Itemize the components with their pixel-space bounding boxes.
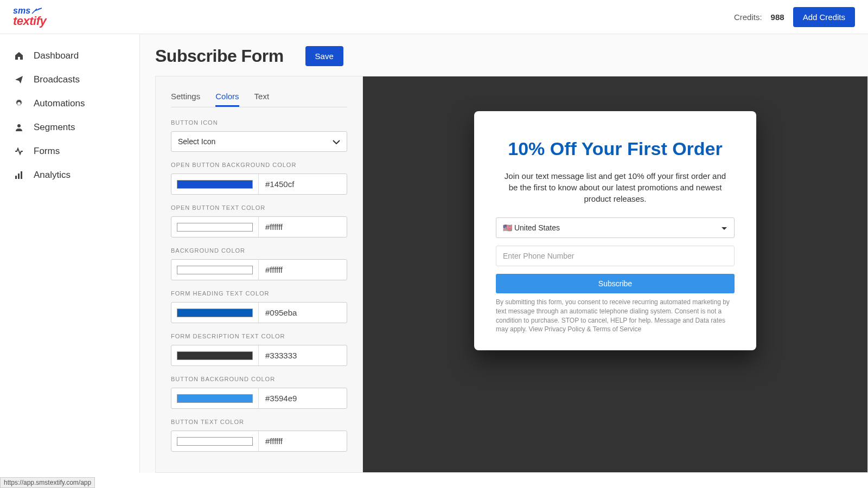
color-swatch <box>177 394 253 403</box>
color-value: #095eba <box>258 303 347 323</box>
field-label: BUTTON TEXT COLOR <box>171 419 347 425</box>
editor: Settings Colors Text BUTTON ICON Select … <box>155 76 868 473</box>
field-open-btn-bg: OPEN BUTTON BACKGROUND COLOR #1450cf <box>171 162 347 195</box>
sidebar-item-label: Forms <box>34 146 60 157</box>
app-header: sms textify Credits: 988 Add Credits <box>0 0 868 34</box>
logo-textify: textify <box>13 15 46 27</box>
color-value: #1450cf <box>258 174 347 194</box>
sidebar-item-label: Broadcasts <box>34 74 80 85</box>
tabs: Settings Colors Text <box>171 87 347 107</box>
svg-rect-3 <box>21 171 22 179</box>
tab-text[interactable]: Text <box>254 87 270 107</box>
field-label: BACKGROUND COLOR <box>171 247 347 254</box>
color-swatch <box>177 437 253 446</box>
sidebar-item-forms[interactable]: Forms <box>0 139 139 163</box>
color-input[interactable]: #1450cf <box>171 174 347 195</box>
credits-label: Credits: <box>734 12 762 22</box>
color-swatch <box>177 180 253 189</box>
preview-country-select[interactable]: 🇺🇸 United States <box>496 217 735 238</box>
color-input[interactable]: #ffffff <box>171 216 347 237</box>
field-btn-bg: BUTTON BACKGROUND COLOR #3594e9 <box>171 376 347 409</box>
field-bg-color: BACKGROUND COLOR #ffffff <box>171 247 347 280</box>
sidebar-item-label: Analytics <box>34 170 71 181</box>
color-input[interactable]: #3594e9 <box>171 388 347 409</box>
main-content: Subscribe Form Save Settings Colors Text… <box>140 34 868 473</box>
color-swatch <box>177 223 253 232</box>
save-button[interactable]: Save <box>305 46 343 66</box>
preview-heading: 10% Off Your First Order <box>496 138 735 159</box>
activity-icon <box>14 146 24 156</box>
color-value: #333333 <box>258 345 347 365</box>
color-value: #3594e9 <box>258 388 347 408</box>
button-icon-select[interactable]: Select Icon <box>171 131 347 152</box>
tab-colors[interactable]: Colors <box>215 87 239 107</box>
color-input[interactable]: #095eba <box>171 302 347 323</box>
chevron-down-icon <box>333 137 340 146</box>
field-open-btn-text: OPEN BUTTON TEXT COLOR #ffffff <box>171 204 347 237</box>
color-swatch <box>177 351 253 360</box>
field-label: FORM DESCRIPTION TEXT COLOR <box>171 333 347 339</box>
svg-rect-2 <box>18 174 20 179</box>
color-value: #ffffff <box>258 217 347 237</box>
home-icon <box>14 51 24 61</box>
gear-icon <box>14 99 24 108</box>
preview-description: Join our text message list and get 10% o… <box>496 170 735 204</box>
field-label: BUTTON BACKGROUND COLOR <box>171 376 347 382</box>
field-button-icon: BUTTON ICON Select Icon <box>171 119 347 152</box>
color-swatch <box>177 266 253 274</box>
preview-area: 10% Off Your First Order Join our text m… <box>363 76 867 472</box>
send-icon <box>14 75 24 85</box>
color-value: #ffffff <box>258 260 347 280</box>
color-input[interactable]: #333333 <box>171 345 347 366</box>
preview-disclaimer: By submitting this form, you consent to … <box>496 298 735 334</box>
sidebar-item-segments[interactable]: Segments <box>0 115 139 139</box>
color-input[interactable]: #ffffff <box>171 259 347 280</box>
field-desc-color: FORM DESCRIPTION TEXT COLOR #333333 <box>171 333 347 366</box>
sidebar-item-dashboard[interactable]: Dashboard <box>0 44 139 68</box>
sidebar: Dashboard Broadcasts Automations Segment… <box>0 34 140 473</box>
svg-rect-1 <box>15 176 17 179</box>
field-btn-text: BUTTON TEXT COLOR #ffffff <box>171 419 347 452</box>
chevron-down-icon <box>721 223 727 232</box>
preview-phone-input[interactable]: Enter Phone Number <box>496 246 735 266</box>
sidebar-item-label: Automations <box>34 98 85 109</box>
sidebar-item-automations[interactable]: Automations <box>0 92 139 115</box>
chart-icon <box>14 170 24 180</box>
credits-value: 988 <box>771 12 784 22</box>
field-label: BUTTON ICON <box>171 119 347 126</box>
person-icon <box>14 123 24 132</box>
sidebar-item-analytics[interactable]: Analytics <box>0 163 139 187</box>
color-value: #ffffff <box>258 431 347 451</box>
field-heading-color: FORM HEADING TEXT COLOR #095eba <box>171 290 347 323</box>
preview-card: 10% Off Your First Order Join our text m… <box>474 111 756 350</box>
preview-subscribe-button[interactable]: Subscribe <box>496 274 735 293</box>
sidebar-item-label: Segments <box>34 122 75 133</box>
settings-panel: Settings Colors Text BUTTON ICON Select … <box>156 76 363 472</box>
page-header: Subscribe Form Save <box>155 46 868 66</box>
field-label: OPEN BUTTON TEXT COLOR <box>171 204 347 211</box>
add-credits-button[interactable]: Add Credits <box>793 7 855 27</box>
sidebar-item-label: Dashboard <box>34 50 79 61</box>
header-right: Credits: 988 Add Credits <box>734 7 855 27</box>
field-label: FORM HEADING TEXT COLOR <box>171 290 347 297</box>
color-swatch <box>177 309 253 317</box>
field-label: OPEN BUTTON BACKGROUND COLOR <box>171 162 347 168</box>
logo: sms textify <box>13 7 46 27</box>
color-input[interactable]: #ffffff <box>171 431 347 452</box>
page-title: Subscribe Form <box>155 46 284 66</box>
svg-point-0 <box>17 124 21 127</box>
tab-settings[interactable]: Settings <box>171 87 200 107</box>
sidebar-item-broadcasts[interactable]: Broadcasts <box>0 68 139 92</box>
